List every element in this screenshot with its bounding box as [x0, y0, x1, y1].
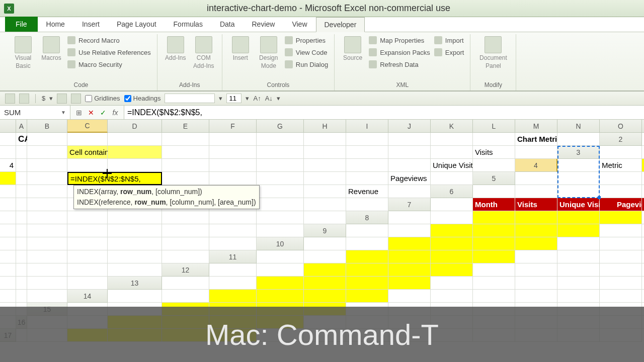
tab-insert[interactable]: Insert: [73, 17, 108, 32]
cell-G1[interactable]: [209, 133, 257, 146]
formula-input[interactable]: =INDEX($N$2:$N$5,: [124, 106, 644, 119]
cancel-icon[interactable]: ✕: [86, 108, 97, 118]
tab-home[interactable]: Home: [38, 17, 73, 32]
headings-check[interactable]: Headings: [124, 95, 161, 102]
cell-E9[interactable]: [515, 224, 557, 237]
confirm-icon[interactable]: ✓: [98, 108, 109, 118]
row-header-8[interactable]: 8: [346, 211, 388, 224]
row-header-4[interactable]: 4: [515, 159, 557, 172]
cell-C6[interactable]: [557, 185, 600, 198]
design-mode-button[interactable]: Design Mode: [255, 34, 283, 72]
cell-F4[interactable]: [27, 172, 67, 185]
cell-J1[interactable]: [346, 133, 388, 146]
cell-O10[interactable]: [162, 250, 209, 263]
cell-E10[interactable]: [473, 237, 515, 250]
cell-O5[interactable]: [388, 185, 431, 198]
row-header-1[interactable]: 1: [642, 120, 644, 133]
namebox-dropdown-icon[interactable]: ▼: [61, 110, 66, 115]
cell-D13[interactable]: [304, 277, 346, 290]
cell-E12[interactable]: [388, 263, 431, 277]
cell-A12[interactable]: [209, 263, 257, 277]
expansion-packs-button[interactable]: Expansion Packs: [367, 47, 432, 57]
macro-security-button[interactable]: Macro Security: [65, 59, 153, 69]
qat-button-3[interactable]: [57, 94, 67, 104]
cell-H9[interactable]: [642, 224, 644, 237]
cell-F3[interactable]: [67, 159, 108, 172]
cell-J9[interactable]: [16, 237, 27, 250]
cell-G2[interactable]: [162, 146, 209, 159]
cell-N7[interactable]: [257, 211, 304, 224]
addins-button[interactable]: Add-Ins: [162, 34, 190, 64]
cell-L4[interactable]: [304, 172, 346, 185]
cell-M5[interactable]: [304, 185, 346, 198]
cell-F12[interactable]: [431, 263, 473, 277]
cell-O7[interactable]: [304, 211, 346, 224]
col-header-G[interactable]: G: [257, 120, 304, 133]
cell-O13[interactable]: [27, 290, 67, 303]
cell-J11[interactable]: [642, 250, 644, 263]
cell-I4[interactable]: [162, 172, 209, 185]
cell-L14[interactable]: [600, 290, 642, 303]
record-macro-button[interactable]: Record Macro: [65, 35, 153, 45]
cell-O9[interactable]: [209, 237, 257, 250]
cell-D3[interactable]: [16, 159, 27, 172]
cell-F7[interactable]: Revenue: [642, 198, 644, 211]
row-header-5[interactable]: 5: [473, 172, 515, 185]
col-header-E[interactable]: E: [162, 120, 209, 133]
cell-B10[interactable]: [346, 237, 388, 250]
cell-N3[interactable]: Unique Visitors: [431, 159, 473, 172]
cell-I9[interactable]: [0, 237, 16, 250]
export-button[interactable]: Export: [432, 47, 466, 57]
cell-F13[interactable]: [388, 277, 431, 290]
cell-G11[interactable]: [515, 250, 557, 263]
cell-N12[interactable]: [27, 277, 67, 290]
col-header-F[interactable]: F: [209, 120, 257, 133]
cell-G12[interactable]: [473, 263, 515, 277]
more-dd-icon[interactable]: ▾: [277, 95, 280, 102]
cell-A13[interactable]: [162, 277, 209, 290]
cell-G8[interactable]: [642, 211, 644, 224]
cell-G7[interactable]: [0, 211, 16, 224]
cell-H12[interactable]: [515, 263, 557, 277]
view-code-button[interactable]: View Code: [283, 47, 330, 57]
visual-basic-button[interactable]: Visual Basic: [9, 34, 37, 72]
cell-L11[interactable]: [16, 263, 27, 277]
cell-I14[interactable]: [473, 290, 515, 303]
cell-D10[interactable]: [431, 237, 473, 250]
cell-D7[interactable]: Unique Visitors: [557, 198, 600, 211]
gridlines-check[interactable]: Gridlines: [85, 95, 120, 102]
col-header-D[interactable]: D: [108, 120, 162, 133]
cell-O11[interactable]: [108, 263, 162, 277]
cell-I10[interactable]: [642, 237, 644, 250]
increase-font-icon[interactable]: A↑: [253, 95, 261, 102]
cell-edit-box[interactable]: =INDEX($N$2:$N$5,: [67, 172, 162, 185]
cell-F1[interactable]: [162, 133, 209, 146]
cell-F8[interactable]: [600, 211, 642, 224]
cell-N5[interactable]: Revenue: [346, 185, 388, 198]
cell-J3[interactable]: [257, 159, 304, 172]
relative-refs-button[interactable]: Use Relative References: [65, 47, 153, 57]
cell-O2[interactable]: [515, 146, 557, 159]
row-header-14[interactable]: 14: [67, 290, 108, 303]
cell-H11[interactable]: [557, 250, 600, 263]
cell-C14[interactable]: [209, 290, 257, 303]
cell-C12[interactable]: [304, 263, 346, 277]
cell-F14[interactable]: [346, 290, 388, 303]
cell-H2[interactable]: [209, 146, 257, 159]
cell-M10[interactable]: [67, 250, 108, 263]
row-header-11[interactable]: 11: [209, 250, 257, 263]
cell-G10[interactable]: [557, 237, 600, 250]
col-header-K[interactable]: K: [431, 120, 473, 133]
cell-K12[interactable]: [642, 263, 644, 277]
cell-B4[interactable]: Metric: [600, 159, 642, 172]
insert-control-button[interactable]: Insert: [226, 34, 255, 64]
cell-C4[interactable]: [642, 159, 644, 172]
cell-G9[interactable]: [600, 224, 642, 237]
cell-A14[interactable]: [108, 290, 162, 303]
cell-H8[interactable]: [0, 224, 16, 237]
refresh-data-button[interactable]: Refresh Data: [367, 59, 432, 69]
size-dd-icon[interactable]: ▾: [246, 95, 249, 102]
row-header-10[interactable]: 10: [257, 237, 304, 250]
cell-E11[interactable]: [431, 250, 473, 263]
cell-M4[interactable]: [346, 172, 388, 185]
